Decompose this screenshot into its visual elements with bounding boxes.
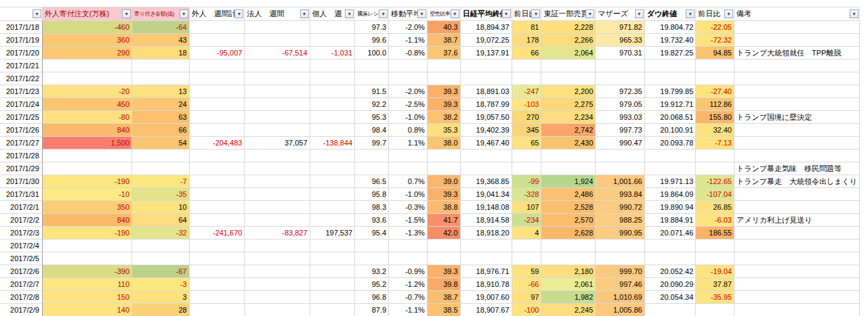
cell-hojin-week[interactable] [245,278,310,291]
cell-yoritsuke-gaku[interactable]: 3 [132,291,190,304]
cell-yoritsuke-gaku[interactable]: -67 [132,265,190,278]
cell-nikkei-zenjitsuhi[interactable]: 65 [512,137,542,150]
cell-dow-zenjitsuhi[interactable]: -72.32 [696,34,735,47]
column-header-mothers[interactable]: マザーズ▼ [596,7,644,21]
cell-yoritsuke-gaku[interactable]: -32 [132,227,190,240]
cell-kojin-week[interactable] [310,201,356,214]
cell-gaijin-chumon[interactable]: -390 [43,265,132,278]
filter-dropdown-icon[interactable]: ▼ [850,9,859,18]
cell-tosho-uribai[interactable]: 2,245 [541,304,596,316]
cell-tosho-uribai[interactable] [541,150,596,162]
cell-toraku-ratio[interactable]: 95.3 [355,111,389,124]
cell-date[interactable]: 2017/2/2 [0,214,43,227]
cell-gaijin-chumon[interactable]: -190 [43,175,132,188]
cell-dow-close[interactable]: 19.804.72 [645,21,697,34]
cell-gaijin-week[interactable] [190,98,245,111]
column-header-idou-heikin[interactable]: 移動平均▼ [389,7,428,21]
cell-dow-close[interactable]: 19.971.13 [645,175,697,188]
cell-nikkei-close[interactable]: 18,918.20 [461,227,512,240]
column-header-nikkei-close[interactable]: 日経平均終値▼ [461,7,512,21]
cell-nikkei-zenjitsuhi[interactable]: 270 [512,111,542,124]
cell-karauri-hiritsu[interactable]: 38.2 [428,111,461,124]
cell-mothers[interactable]: 993.84 [596,188,644,201]
cell-idou-heikin[interactable]: -0.8% [389,47,428,60]
filter-dropdown-icon[interactable]: ▼ [33,9,41,18]
cell-kojin-week[interactable]: 197,537 [310,227,356,240]
cell-tosho-uribai[interactable]: 2,486 [541,188,596,201]
cell-nikkei-close[interactable]: 19,072.25 [461,34,512,47]
cell-mothers[interactable]: 1,005.86 [596,304,644,316]
cell-yoritsuke-gaku[interactable]: 13 [132,85,190,98]
cell-tosho-uribai[interactable] [541,72,596,85]
cell-biko[interactable] [735,227,860,240]
cell-kojin-week[interactable] [310,162,356,175]
cell-nikkei-close[interactable]: 18,891.03 [461,85,512,98]
cell-toraku-ratio[interactable]: 92.2 [355,98,389,111]
cell-nikkei-zenjitsuhi[interactable]: 66 [512,47,542,60]
cell-gaijin-chumon[interactable]: 360 [43,34,132,47]
cell-tosho-uribai[interactable] [541,162,596,175]
cell-date[interactable]: 2017/2/8 [0,291,43,304]
filter-dropdown-icon[interactable]: ▼ [724,9,733,18]
cell-karauri-hiritsu[interactable]: 38.5 [428,304,461,316]
cell-toraku-ratio[interactable]: 100.0 [355,47,389,60]
cell-date[interactable]: 2017/1/19 [0,34,43,47]
cell-dow-zenjitsuhi[interactable] [696,252,735,265]
column-header-toraku-ratio[interactable]: 騰落レシオ▼ [355,7,389,21]
cell-gaijin-chumon[interactable]: 450 [43,98,132,111]
cell-gaijin-week[interactable] [190,175,245,188]
cell-dow-close[interactable]: 19.799.85 [645,85,697,98]
cell-nikkei-close[interactable]: 18,907.67 [461,304,512,316]
cell-dow-zenjitsuhi[interactable] [696,304,735,316]
cell-date[interactable]: 2017/2/9 [0,304,43,316]
cell-gaijin-week[interactable] [190,124,245,137]
cell-gaijin-chumon[interactable]: 350 [43,201,132,214]
cell-dow-close[interactable]: 20.054.34 [645,291,697,304]
cell-gaijin-week[interactable] [190,252,245,265]
cell-yoritsuke-gaku[interactable] [132,150,190,162]
column-header-karauri-hiritsu[interactable]: 空売比率▼ [428,7,461,21]
cell-idou-heikin[interactable] [389,162,428,175]
cell-idou-heikin[interactable]: -1.0% [389,188,428,201]
cell-nikkei-zenjitsuhi[interactable]: 59 [512,265,542,278]
cell-mothers[interactable]: 997.46 [596,278,644,291]
cell-gaijin-week[interactable] [190,162,245,175]
cell-dow-close[interactable]: 20.071.46 [645,227,697,240]
cell-kojin-week[interactable]: -138,844 [310,137,356,150]
cell-dow-zenjitsuhi[interactable]: -6.03 [696,214,735,227]
cell-mothers[interactable] [596,240,644,252]
cell-dow-zenjitsuhi[interactable]: -27.40 [696,85,735,98]
cell-biko[interactable] [735,188,860,201]
cell-hojin-week[interactable] [245,150,310,162]
cell-gaijin-chumon[interactable]: 140 [43,304,132,316]
filter-dropdown-icon[interactable]: ▼ [345,9,354,18]
filter-dropdown-icon[interactable]: ▼ [234,9,243,18]
cell-tosho-uribai[interactable] [541,60,596,72]
cell-nikkei-zenjitsuhi[interactable]: -328 [512,188,542,201]
cell-karauri-hiritsu[interactable]: 39.8 [428,278,461,291]
cell-toraku-ratio[interactable]: 99.7 [355,137,389,150]
cell-karauri-hiritsu[interactable]: 38.8 [428,201,461,214]
cell-idou-heikin[interactable]: -0.9% [389,265,428,278]
cell-dow-zenjitsuhi[interactable]: 94.85 [696,47,735,60]
cell-nikkei-zenjitsuhi[interactable]: -100 [512,304,542,316]
cell-tosho-uribai[interactable]: 2,628 [541,227,596,240]
cell-dow-zenjitsuhi[interactable]: -19.04 [696,265,735,278]
cell-tosho-uribai[interactable]: 2,570 [541,214,596,227]
cell-yoritsuke-gaku[interactable]: 28 [132,304,190,316]
cell-nikkei-close[interactable] [461,252,512,265]
cell-gaijin-week[interactable] [190,188,245,201]
cell-gaijin-chumon[interactable]: 110 [43,278,132,291]
cell-mothers[interactable] [596,162,644,175]
cell-date[interactable]: 2017/2/5 [0,252,43,265]
cell-nikkei-zenjitsuhi[interactable] [512,240,542,252]
cell-biko[interactable] [735,240,860,252]
cell-kojin-week[interactable] [310,111,356,124]
cell-dow-close[interactable] [645,240,697,252]
cell-nikkei-close[interactable]: 19,402.39 [461,124,512,137]
cell-kojin-week[interactable] [310,34,356,47]
cell-yoritsuke-gaku[interactable]: 43 [132,34,190,47]
cell-toraku-ratio[interactable]: 98.3 [355,201,389,214]
cell-mothers[interactable]: 1,001.66 [596,175,644,188]
cell-gaijin-week[interactable] [190,85,245,98]
